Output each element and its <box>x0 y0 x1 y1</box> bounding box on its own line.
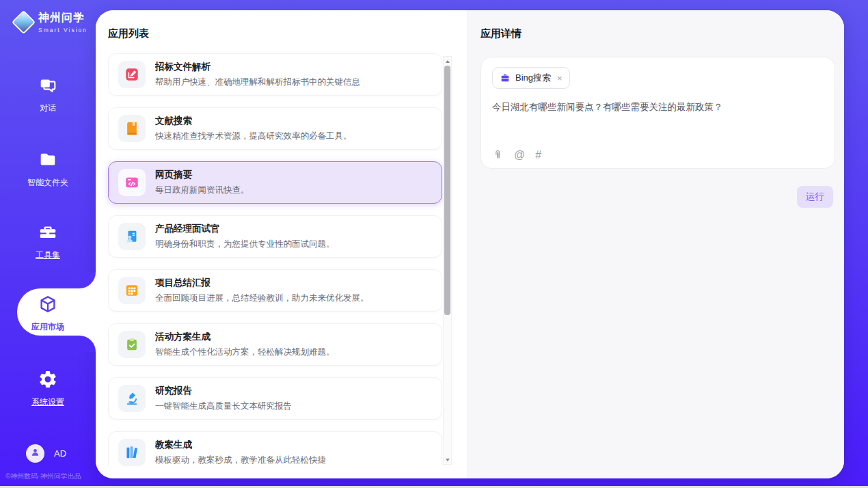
at-icon[interactable]: @ <box>514 150 525 161</box>
app-icon-tile <box>118 277 146 304</box>
clipboard-icon <box>124 337 139 352</box>
main-panel: 应用列表 招标文件解析帮助用户快速、准确地理解和解析招标书中的关键信息文献搜索快… <box>96 10 844 478</box>
microscope-icon <box>124 391 139 406</box>
cube-icon <box>38 294 58 314</box>
book-icon <box>124 121 139 136</box>
user-row[interactable]: AD <box>26 444 66 463</box>
paperclip-icon[interactable] <box>492 149 504 161</box>
sidebar-item-label: 对话 <box>0 103 96 114</box>
app-card-title: 文献搜索 <box>155 115 352 127</box>
app-icon-tile <box>118 385 146 412</box>
copyright-text: ©神州数码·神州问学出品 <box>5 472 81 481</box>
avatar[interactable] <box>26 444 44 463</box>
sidebar-item-1[interactable]: 对话 <box>0 75 96 114</box>
user-initials: AD <box>54 448 66 459</box>
brand-subtitle: Smart Vision <box>38 27 87 33</box>
app-card-description: 一键智能生成高质量长文本研究报告 <box>155 401 292 412</box>
logo-diamond-icon <box>12 10 36 34</box>
app-card-title: 教案生成 <box>155 439 326 451</box>
books-icon <box>124 445 139 460</box>
sidebar-item-label: 智能文件夹 <box>0 177 96 189</box>
app-icon-tile <box>118 115 146 142</box>
gear-icon <box>38 369 58 390</box>
app-card-description: 帮助用户快速、准确地理解和解析招标书中的关键信息 <box>155 77 360 88</box>
app-card[interactable]: 教案生成模板驱动，教案秒成，教学准备从此轻松快捷 <box>108 431 442 466</box>
tool-tag-bing-search[interactable]: Bing搜索 × <box>492 67 570 89</box>
scroll-down-button[interactable] <box>444 455 451 464</box>
app-icon-tile <box>118 169 146 196</box>
app-card-description: 明确身份和职责，为您提供专业性的面试问题。 <box>155 239 335 250</box>
app-card[interactable]: 研究报告一键智能生成高质量长文本研究报告 <box>108 377 442 420</box>
sidebar-item-label: 系统设置 <box>0 396 96 408</box>
app-icon-tile <box>118 331 146 358</box>
sidebar-item-2[interactable]: 智能文件夹 <box>0 150 96 189</box>
app-icon-tile <box>118 61 146 88</box>
app-card-title: 研究报告 <box>155 385 292 397</box>
folder-icon <box>38 150 58 170</box>
app-list-scrollbar[interactable] <box>443 56 452 465</box>
toolbox-icon <box>38 222 58 243</box>
app-card-title: 活动方案生成 <box>155 331 335 343</box>
prompt-input[interactable]: 今日湖北有哪些新闻要点？有哪些需要关注的最新政策？ <box>492 100 824 114</box>
prompt-card[interactable]: Bing搜索 × 今日湖北有哪些新闻要点？有哪些需要关注的最新政策？ @# <box>480 57 835 169</box>
resume-icon <box>124 229 139 244</box>
brand-name: 神州问学 <box>38 11 87 25</box>
app-card-description: 模板驱动，教案秒成，教学准备从此轻松快捷 <box>155 455 326 466</box>
app-card-description: 全面回顾项目进展，总结经验教训，助力未来优化发展。 <box>155 293 369 304</box>
sidebar-item-label: 工具集 <box>0 249 96 261</box>
app-icon-tile <box>118 439 146 466</box>
sidebar-item-4[interactable]: 应用市场 <box>0 294 96 333</box>
app-list-panel: 应用列表 招标文件解析帮助用户快速、准确地理解和解析招标书中的关键信息文献搜索快… <box>96 10 467 478</box>
app-card-title: 项目总结汇报 <box>155 277 369 289</box>
app-detail-title: 应用详情 <box>468 10 844 49</box>
close-icon[interactable]: × <box>557 74 562 83</box>
app-card[interactable]: 活动方案生成智能生成个性化活动方案，轻松解决规划难题。 <box>108 323 442 366</box>
app-card-title: 网页摘要 <box>155 169 249 181</box>
tool-tag-label: Bing搜索 <box>515 72 551 84</box>
webpage-icon <box>124 175 139 190</box>
sidebar-item-5[interactable]: 系统设置 <box>0 369 96 408</box>
app-card[interactable]: 产品经理面试官明确身份和职责，为您提供专业性的面试问题。 <box>108 215 442 258</box>
app-card[interactable]: 网页摘要每日政府新闻资讯快查。 <box>108 161 442 204</box>
app-detail-panel: 应用详情 Bing搜索 × 今日湖北有哪些新闻要点？有哪些需要关注的最新政策？ … <box>467 10 844 478</box>
briefcase-icon <box>500 72 511 83</box>
scrollbar-thumb[interactable] <box>444 66 450 315</box>
app-card-description: 智能生成个性化活动方案，轻松解决规划难题。 <box>155 347 335 358</box>
calendar-icon <box>124 283 139 298</box>
app-logo: 神州问学 Smart Vision <box>12 11 87 33</box>
app-card[interactable]: 招标文件解析帮助用户快速、准确地理解和解析招标书中的关键信息 <box>108 53 442 96</box>
tender-doc-icon <box>124 67 139 82</box>
sidebar-item-label: 应用市场 <box>0 321 96 333</box>
app-card-description: 快速精准查找学术资源，提高研究效率的必备工具。 <box>155 131 352 142</box>
app-card-description: 每日政府新闻资讯快查。 <box>155 185 249 196</box>
sidebar: 神州问学 Smart Vision 对话智能文件夹工具集应用市场系统设置 AD … <box>0 0 96 488</box>
app-card-title: 招标文件解析 <box>155 61 360 73</box>
app-icon-tile <box>118 223 146 250</box>
sidebar-item-3[interactable]: 工具集 <box>0 222 96 261</box>
app-card-title: 产品经理面试官 <box>155 223 335 235</box>
hash-icon[interactable]: # <box>535 150 541 161</box>
app-card[interactable]: 项目总结汇报全面回顾项目进展，总结经验教训，助力未来优化发展。 <box>108 269 442 312</box>
app-list-title: 应用列表 <box>96 10 467 49</box>
composer-icon-row: @# <box>492 149 541 161</box>
bubble-curve-bottom <box>79 336 96 352</box>
app-card[interactable]: 文献搜索快速精准查找学术资源，提高研究效率的必备工具。 <box>108 107 442 150</box>
run-button[interactable]: 运行 <box>797 186 833 208</box>
scroll-up-button[interactable] <box>444 57 451 66</box>
person-icon <box>29 446 41 461</box>
bubble-curve-top <box>79 272 96 288</box>
chat-icon <box>38 75 58 96</box>
app-list: 招标文件解析帮助用户快速、准确地理解和解析招标书中的关键信息文献搜索快速精准查找… <box>96 49 467 466</box>
